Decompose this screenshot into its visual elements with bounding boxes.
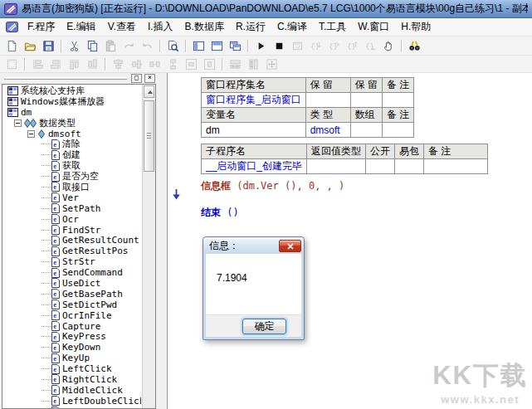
window-titlebar[interactable]: 易语言(加密狗版) [正在运行] - D:\DOWNLOAD\PanDOWNLO… <box>0 0 532 18</box>
table-header-cell[interactable]: 子程序名 <box>202 144 307 159</box>
panel-header[interactable]: □ × <box>0 73 158 84</box>
table-header-cell[interactable]: 数组 <box>350 108 382 123</box>
step-into-button[interactable]: {} <box>306 38 325 54</box>
support-panel-button[interactable] <box>207 38 226 54</box>
cut-button[interactable] <box>65 38 83 54</box>
table-cell[interactable] <box>350 123 382 138</box>
table-cell[interactable]: dm <box>202 123 306 138</box>
tree-item[interactable]: eSendCommand <box>3 267 141 278</box>
tree-item[interactable]: eUseDict <box>3 278 141 289</box>
table-cell[interactable] <box>383 93 414 108</box>
tree-item[interactable]: eKeyUp <box>3 353 141 363</box>
pause-button[interactable] <box>379 38 398 54</box>
tree-item[interactable]: eLeftClick <box>3 363 141 374</box>
menu-item-0[interactable]: F.程序 <box>22 18 61 36</box>
menu-item-9[interactable]: H.帮助 <box>395 18 437 36</box>
center-in-form-h-button[interactable] <box>182 56 200 72</box>
menu-item-3[interactable]: I.插入 <box>142 18 179 36</box>
table-header-cell[interactable]: 返回值类型 <box>307 144 366 159</box>
tree-item[interactable]: e取接口 <box>3 182 141 192</box>
run-to-cursor-button[interactable]: {} <box>361 38 379 54</box>
center-vertical-button[interactable] <box>127 56 145 72</box>
same-size-button[interactable] <box>262 56 281 72</box>
table-cell[interactable] <box>307 159 366 174</box>
align-right-button[interactable] <box>46 56 65 72</box>
find-button[interactable] <box>164 38 182 54</box>
table-header-cell[interactable]: 类 型 <box>305 108 350 123</box>
open-button[interactable] <box>21 38 39 54</box>
table-header-cell[interactable]: 变量名 <box>202 108 306 123</box>
table-cell[interactable] <box>350 93 382 108</box>
cascade-panel-button[interactable] <box>226 38 244 54</box>
undo-button[interactable] <box>138 38 156 54</box>
same-height-button[interactable] <box>244 56 262 72</box>
panel-restore-button[interactable]: □ <box>131 74 142 83</box>
code-editor[interactable]: 窗口程序集名保 留保 留备 注窗口程序集_启动窗口变量名类 型数组备 注dmdm… <box>167 73 532 409</box>
tree-item[interactable]: eGetResultCount <box>3 235 141 246</box>
tree-expander-minus-icon[interactable] <box>27 130 35 138</box>
space-across-button[interactable] <box>145 56 164 72</box>
step-out-button[interactable]: {} <box>343 38 361 54</box>
step-over-button[interactable]: {} <box>325 38 343 54</box>
table-cell[interactable]: __启动窗口_创建完毕 <box>202 159 307 174</box>
form-grid-button[interactable] <box>2 56 21 72</box>
tree-item[interactable]: eRightClick <box>3 374 141 385</box>
tree-item[interactable]: eVer <box>3 192 141 203</box>
table-cell[interactable] <box>424 159 488 174</box>
center-in-form-v-button[interactable] <box>200 56 218 72</box>
table-cell[interactable]: 窗口程序集_启动窗口 <box>202 93 306 108</box>
menu-item-2[interactable]: V.查看 <box>102 18 142 36</box>
tree-item[interactable]: Windows媒体播放器 <box>3 96 141 107</box>
stop-button[interactable] <box>270 38 288 54</box>
dialog-titlebar[interactable]: 信息： <box>203 237 304 254</box>
table-header-cell[interactable]: 保 留 <box>350 78 382 93</box>
table-header-cell[interactable]: 易包 <box>395 144 424 159</box>
tree-item[interactable]: eMiddleClick <box>3 385 141 396</box>
paste-button[interactable] <box>101 38 120 54</box>
scrollbar-thumb[interactable] <box>144 100 154 172</box>
align-bottom-button[interactable] <box>83 56 101 72</box>
tree-item[interactable]: eLeftDown <box>3 407 141 408</box>
tree-item[interactable]: 数据类型 <box>3 118 141 129</box>
tree-item[interactable]: eSetDictPwd <box>3 299 141 310</box>
copy-button[interactable] <box>83 38 101 54</box>
table-header-cell[interactable]: 备 注 <box>424 144 488 159</box>
space-down-button[interactable] <box>164 56 182 72</box>
tree-item[interactable]: eFindStr <box>3 225 141 236</box>
dialog-close-button[interactable] <box>279 240 301 252</box>
tree-item[interactable]: eOcr <box>3 214 141 225</box>
same-width-button[interactable] <box>226 56 244 72</box>
tree-item[interactable]: eLeftDoubleClick <box>3 396 141 407</box>
code-line-msgbox[interactable]: 信息框 (dm.Ver (), 0, , ) <box>201 179 488 193</box>
table-header-cell[interactable]: 公开 <box>366 144 395 159</box>
table-cell[interactable] <box>383 123 414 138</box>
tree-item[interactable]: eGetBasePath <box>3 289 141 299</box>
run-button[interactable] <box>251 38 270 54</box>
align-left-button[interactable] <box>28 56 46 72</box>
tree-item[interactable]: eKeyDown <box>3 342 141 353</box>
tree-item[interactable]: eSetPath <box>3 203 141 214</box>
tree-scrollbar[interactable] <box>142 85 155 408</box>
menu-item-7[interactable]: T.工具 <box>313 18 352 36</box>
menu-item-6[interactable]: C.编译 <box>271 18 313 36</box>
table-cell[interactable] <box>305 93 350 108</box>
tree-item[interactable]: eStrStr <box>3 256 141 267</box>
tree-expander-minus-icon[interactable] <box>14 119 22 127</box>
tree-item[interactable]: eGetResultPos <box>3 246 141 256</box>
redo-button[interactable] <box>120 38 138 54</box>
tree-item[interactable]: eCapture <box>3 321 141 332</box>
table-cell[interactable]: dmsoft <box>305 123 350 138</box>
debug-window-button[interactable] <box>288 38 306 54</box>
tree-item[interactable]: eOcrInFile <box>3 310 141 321</box>
save-button[interactable] <box>39 38 57 54</box>
table-cell[interactable] <box>395 159 424 174</box>
panel-close-button[interactable]: × <box>144 74 155 83</box>
table-header-cell[interactable]: 备 注 <box>383 78 414 93</box>
table-header-cell[interactable]: 窗口程序集名 <box>202 78 306 93</box>
debug-inspect-button[interactable] <box>405 38 423 54</box>
new-button[interactable] <box>2 38 21 54</box>
tree-item[interactable]: eKeyPress <box>3 331 141 342</box>
ok-button[interactable]: 确定 <box>242 319 286 334</box>
align-top-button[interactable] <box>65 56 83 72</box>
menu-item-5[interactable]: R.运行 <box>230 18 271 36</box>
